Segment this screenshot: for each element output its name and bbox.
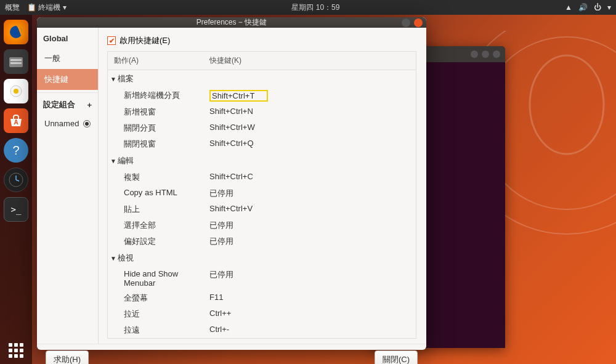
shortcut-key[interactable]: 已停用 [203,267,416,290]
preferences-content: ✔ 啟用快捷鍵(E) 動作(A) 快捷鍵(K) ▼ 檔案新增終端機分頁Shift… [99,28,426,344]
top-bar: 概覽 📋 終端機 ▾ 星期四 10：59 ▲ 🔊 ⏻ ▾ [0,0,616,15]
chevron-down-icon: ▼ [110,158,116,164]
table-row[interactable]: 複製Shift+Ctrl+C [108,169,416,185]
shortcut-action: 偏好設定 [108,233,203,249]
shortcut-key[interactable]: F11 [203,290,416,306]
window-title: Preferences − 快捷鍵 [37,17,426,28]
table-body[interactable]: ▼ 檔案新增終端機分頁Shift+Ctrl+T新增視窗Shift+Ctrl+N關… [108,70,416,338]
shortcut-action: 拉近 [108,306,203,322]
profile-radio-icon[interactable] [83,120,91,127]
sidebar-profile-unnamed[interactable]: Unnamed [37,114,98,133]
shortcut-action: 貼上 [108,201,203,217]
table-row[interactable]: Copy as HTML已停用 [108,185,416,201]
shortcut-key[interactable]: Ctrl++ [203,306,416,322]
table-row[interactable]: 拉近Ctrl++ [108,306,416,322]
table-header: 動作(A) 快捷鍵(K) [108,52,416,70]
shortcut-action: Hide and Show Menubar [108,267,203,290]
table-row[interactable]: 關閉分頁Shift+Ctrl+W [108,120,416,136]
shortcut-key[interactable]: 已停用 [203,217,416,233]
table-row[interactable]: 新增視窗Shift+Ctrl+N [108,104,416,120]
volume-icon[interactable]: 🔊 [578,3,588,12]
shortcut-key[interactable]: Ctrl+- [203,322,416,338]
launcher-clock[interactable] [4,168,28,192]
launcher-firefox[interactable] [4,20,28,44]
svg-text:A: A [14,119,18,126]
clock[interactable]: 星期四 10：59 [67,2,565,13]
launcher-help[interactable]: ? [4,138,28,163]
table-row[interactable]: 新增終端機分頁Shift+Ctrl+T [108,87,416,104]
shortcut-key[interactable]: Shift+Ctrl+N [203,104,416,120]
close-button[interactable]: 關閉(C) [375,350,418,364]
close-icon[interactable] [493,51,500,58]
shortcut-key[interactable]: Shift+Ctrl+C [203,169,416,185]
launcher-software[interactable]: A [4,108,28,133]
table-row[interactable]: 偏好設定已停用 [108,233,416,249]
shortcut-action: 拉遠 [108,322,203,338]
table-row[interactable]: 拉遠Ctrl+- [108,322,416,338]
launcher-terminal[interactable]: >_ [4,197,28,222]
sidebar-global-header: Global [37,28,98,48]
column-action[interactable]: 動作(A) [108,52,203,70]
shortcut-key[interactable]: 已停用 [203,185,416,201]
column-shortcut[interactable]: 快捷鍵(K) [203,52,416,70]
launcher-files[interactable] [4,49,28,74]
table-row[interactable]: 全螢幕F11 [108,290,416,306]
table-row[interactable]: 貼上Shift+Ctrl+V [108,201,416,217]
shortcut-key[interactable]: Shift+Ctrl+W [203,120,416,136]
svg-rect-4 [10,59,22,61]
chevron-down-icon: ▼ [110,76,116,83]
add-profile-button[interactable]: + [87,100,92,110]
shortcut-action: 新增視窗 [108,104,203,120]
shortcut-action: 關閉分頁 [108,120,203,136]
shortcut-key[interactable]: Shift+Ctrl+V [203,201,416,217]
power-icon[interactable]: ⏻ [594,3,601,12]
sidebar-item-general[interactable]: 一般 [37,48,98,69]
table-group-row[interactable]: ▼ 編輯 [108,152,416,169]
svg-point-7 [14,89,18,94]
shortcut-action: 全螢幕 [108,290,203,306]
minimize-icon[interactable] [402,18,410,27]
network-icon[interactable]: ▲ [565,3,572,12]
maximize-icon[interactable] [482,51,489,58]
activities-button[interactable]: 概覽 [5,2,20,13]
table-row[interactable]: Hide and Show Menubar已停用 [108,267,416,290]
launcher-rhythmbox[interactable] [4,79,28,103]
enable-shortcuts-label: 啟用快捷鍵(E) [120,35,170,46]
shortcut-key[interactable]: Shift+Ctrl+Q [203,136,416,152]
table-row[interactable]: 關閉視窗Shift+Ctrl+Q [108,136,416,152]
preferences-sidebar: Global 一般 快捷鍵 設定組合 + Unnamed [37,28,99,344]
chevron-down-icon: ▼ [110,255,116,262]
preferences-titlebar[interactable]: Preferences − 快捷鍵 [37,17,426,28]
minimize-icon[interactable] [471,51,478,58]
appmenu-button[interactable]: 📋 終端機 ▾ [27,2,67,13]
enable-shortcuts-checkbox[interactable]: ✔ [107,36,116,45]
shortcut-key[interactable]: Shift+Ctrl+T [203,87,416,104]
preferences-footer: 求助(H) 關閉(C) [37,344,426,364]
table-group-row[interactable]: ▼ 檔案 [108,70,416,87]
shortcuts-table: 動作(A) 快捷鍵(K) ▼ 檔案新增終端機分頁Shift+Ctrl+T新增視窗… [107,51,416,339]
launcher-apps-grid[interactable] [9,343,23,358]
shortcut-action: 選擇全部 [108,217,203,233]
close-icon[interactable] [414,18,423,27]
launcher-dock: A ? >_ [0,15,32,364]
shortcut-key[interactable]: 已停用 [203,233,416,249]
shortcut-action: 複製 [108,169,203,185]
sidebar-profiles-header: 設定組合 + [37,92,98,114]
sidebar-item-shortcuts[interactable]: 快捷鍵 [37,69,98,90]
preferences-window: Preferences − 快捷鍵 Global 一般 快捷鍵 設定組合 + U… [37,17,426,350]
shortcut-action: 新增終端機分頁 [108,87,203,104]
svg-rect-5 [10,62,22,64]
chevron-down-icon[interactable]: ▾ [607,3,611,12]
shortcut-action: Copy as HTML [108,185,203,201]
shortcut-action: 關閉視窗 [108,136,203,152]
table-row[interactable]: 選擇全部已停用 [108,217,416,233]
help-button[interactable]: 求助(H) [46,350,89,364]
table-group-row[interactable]: ▼ 檢視 [108,249,416,267]
